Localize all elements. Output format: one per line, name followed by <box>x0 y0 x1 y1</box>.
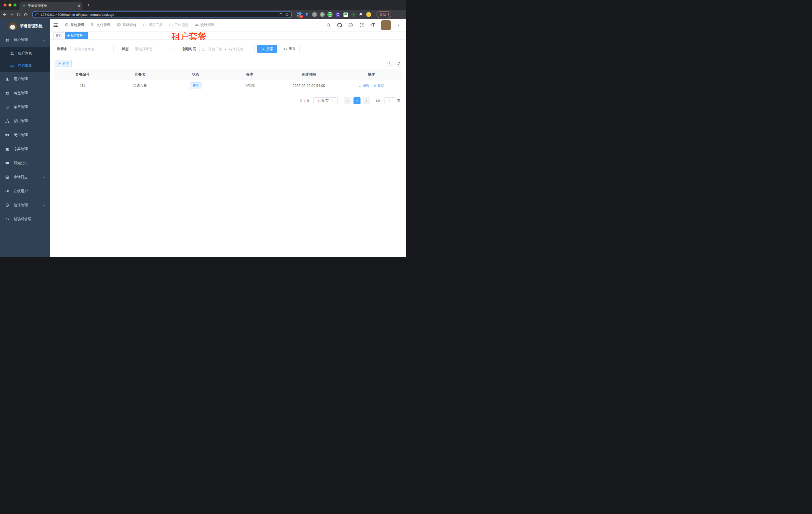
home-icon[interactable] <box>24 12 28 17</box>
cell-package-id: 111 <box>54 84 111 88</box>
forward-icon[interactable] <box>9 12 14 17</box>
topnav-dev-tools[interactable]: 研发工具 <box>140 19 166 31</box>
sidebar-item-dict-management[interactable]: 字典管理 <box>0 142 50 156</box>
add-button[interactable]: 新增 <box>55 60 72 67</box>
new-tab-button[interactable]: + <box>87 2 90 8</box>
refresh-table-icon[interactable] <box>395 60 402 67</box>
dictionary-icon <box>5 147 9 151</box>
ext-chat-icon[interactable] <box>343 12 348 17</box>
topnav-label: 支付管理 <box>96 23 111 27</box>
bookmark-star-icon[interactable] <box>285 12 289 17</box>
status-label: 状态 <box>122 47 129 51</box>
tag-home[interactable]: 首页 <box>54 32 64 39</box>
delete-link[interactable]: 删除 <box>374 83 384 88</box>
status-select[interactable]: 请选择状态 <box>132 45 174 53</box>
ext-shield-icon[interactable] <box>335 12 340 17</box>
tag-tenant-package[interactable]: 租户套餐 × <box>65 32 88 39</box>
topnav-payment-management[interactable]: ¥ 支付管理 <box>88 19 114 31</box>
chevron-up-icon <box>43 39 46 42</box>
topnav-label: 工作流程 <box>174 23 188 27</box>
id-badge-icon <box>5 133 9 137</box>
sidebar-collapse-icon[interactable] <box>53 23 58 28</box>
shield-check-icon <box>5 203 9 207</box>
ext-gem-icon[interactable] <box>304 12 309 17</box>
extensions-puzzle-icon[interactable] <box>358 12 364 17</box>
next-page-button[interactable] <box>363 97 370 104</box>
topnav-infrastructure[interactable]: 基础设施 <box>114 19 140 31</box>
app-title: 芋道管理系统 <box>20 24 42 29</box>
sidebar-item-post-management[interactable]: 岗位管理 <box>0 128 50 142</box>
search-icon[interactable] <box>326 23 331 28</box>
share-icon[interactable] <box>279 12 283 17</box>
sidebar-item-label: 在线用户 <box>14 189 28 193</box>
fullscreen-icon[interactable] <box>359 23 364 28</box>
tab-close-icon[interactable]: × <box>78 4 80 8</box>
topnav-label: 研发工具 <box>148 23 163 27</box>
browser-update-button[interactable]: 更新 <box>377 11 391 18</box>
sidebar-item-label: 通知公告 <box>14 161 28 165</box>
ext-y-icon[interactable]: y <box>327 12 332 17</box>
sidebar-item-user-management[interactable]: 用户管理 <box>0 72 50 86</box>
page-unit-label: 页 <box>397 99 401 103</box>
sidebar-item-audit-log[interactable]: 审计日志 <box>0 170 50 184</box>
code-icon <box>5 217 9 221</box>
edit-link[interactable]: 修改 <box>359 83 370 88</box>
log-edit-icon <box>5 175 9 179</box>
gauge-icon <box>195 23 199 27</box>
goto-page-input[interactable] <box>384 97 395 104</box>
topnav-system-management[interactable]: 系统管理 <box>62 19 88 31</box>
url-text: 127.0.0.1:48080/admin-ui/system/tenant/p… <box>41 13 277 17</box>
window-minimize-button[interactable] <box>8 3 11 6</box>
search-button[interactable]: 搜索 <box>257 45 277 53</box>
ext-tab-manager-icon[interactable]: 10 <box>296 12 301 17</box>
sidebar-item-tenant-management[interactable]: 租户管理 <box>0 33 50 47</box>
page-number-button[interactable]: 1 <box>353 97 360 104</box>
sidebar-item-online-users[interactable]: 在线用户 <box>0 184 50 198</box>
ext-dot-icon[interactable] <box>320 12 325 17</box>
page-size-select[interactable]: 10条/页 <box>313 97 338 104</box>
start-date-input[interactable] <box>207 47 224 51</box>
end-date-input[interactable] <box>228 47 244 51</box>
font-size-icon[interactable]: TT <box>370 23 375 28</box>
sidebar-item-sms-management[interactable]: 短信管理 <box>0 198 50 212</box>
table-row: 111 普通套餐 开启 小功能 2022-02-22 00:54:00 修改 <box>54 80 402 91</box>
sidebar-item-label: 用户管理 <box>14 77 28 81</box>
toggle-search-icon[interactable] <box>385 60 393 67</box>
topnav-statistics[interactable]: 统计报表 <box>192 19 218 31</box>
address-bar[interactable]: 127.0.0.1:48080/admin-ui/system/tenant/p… <box>32 11 292 18</box>
topnav-workflow[interactable]: 工作流程 <box>166 19 192 31</box>
column-header: 状态 <box>169 72 223 77</box>
browser-tab[interactable]: 芋道管理系统 × <box>20 2 83 10</box>
ext-command-icon[interactable]: ⌘ <box>312 12 317 17</box>
users-icon <box>5 91 9 95</box>
sidebar-item-role-management[interactable]: 角色管理 <box>0 86 50 100</box>
help-icon[interactable] <box>348 23 353 28</box>
ext-emoji-icon[interactable] <box>366 12 371 17</box>
avatar-dropdown-caret-icon[interactable] <box>397 24 400 27</box>
ext-sparkle-icon[interactable] <box>351 12 356 17</box>
sidebar-logo[interactable]: 芋道管理系统 <box>0 19 50 33</box>
sidebar-item-error-code[interactable]: 错误码管理 <box>0 212 50 226</box>
date-range-picker[interactable]: - <box>199 45 255 53</box>
browser-menu-kebab-icon[interactable] <box>388 13 389 16</box>
sidebar-item-tenant-package[interactable]: 租户套餐 <box>0 59 50 72</box>
table-header-row: 套餐编号 套餐名 状态 备注 创建时间 操作 <box>54 69 402 80</box>
column-header: 备注 <box>223 72 277 77</box>
window-maximize-button[interactable] <box>13 3 17 6</box>
package-name-input[interactable] <box>70 45 114 53</box>
window-close-button[interactable] <box>3 3 6 6</box>
tree-list-icon <box>5 105 9 109</box>
app-window: 芋道管理系统 租户管理 租户列表 租户套餐 用户管理 <box>0 19 406 257</box>
sidebar-item-notice[interactable]: 通知公告 <box>0 156 50 170</box>
reset-button[interactable]: 重置 <box>280 45 300 53</box>
sidebar-item-dept-management[interactable]: 部门管理 <box>0 114 50 128</box>
back-icon[interactable] <box>2 12 7 17</box>
reload-icon[interactable] <box>17 12 21 17</box>
tag-close-icon[interactable]: × <box>84 34 86 37</box>
prev-page-button[interactable] <box>344 97 351 104</box>
user-avatar[interactable] <box>381 20 391 30</box>
github-icon[interactable] <box>337 23 342 28</box>
sidebar-item-menu-management[interactable]: 菜单管理 <box>0 100 50 114</box>
site-info-icon[interactable] <box>35 13 39 17</box>
sidebar-item-tenant-list[interactable]: 租户列表 <box>0 47 50 59</box>
